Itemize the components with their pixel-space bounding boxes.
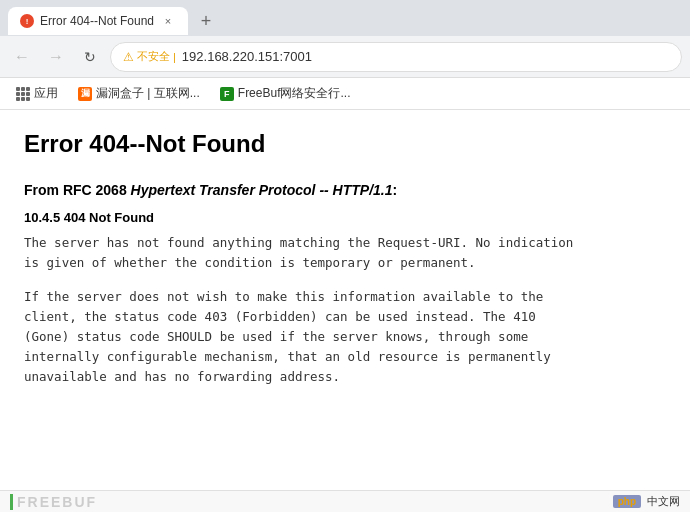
zhongwen-label: 中文网 bbox=[647, 494, 680, 509]
bookmark-item-luodong[interactable]: 漏 漏洞盒子 | 互联网... bbox=[70, 82, 208, 105]
forward-button[interactable]: → bbox=[42, 43, 70, 71]
tab-title: Error 404--Not Found bbox=[40, 14, 154, 28]
tab-close-button[interactable]: × bbox=[160, 13, 176, 29]
bookmark-label-2: FreeBuf网络安全行... bbox=[238, 85, 351, 102]
rfc-section: From RFC 2068 Hypertext Transfer Protoco… bbox=[24, 182, 666, 387]
bookmark-item-freebuf[interactable]: F FreeBuf网络安全行... bbox=[212, 82, 359, 105]
refresh-button[interactable]: ↻ bbox=[76, 43, 104, 71]
title-bar: ! Error 404--Not Found × + bbox=[0, 0, 690, 36]
page-content: Error 404--Not Found From RFC 2068 Hyper… bbox=[0, 110, 690, 490]
php-badge: php bbox=[613, 495, 641, 508]
rfc-heading-prefix: From RFC 2068 bbox=[24, 182, 131, 198]
paragraph-1: The server has not found anything matchi… bbox=[24, 233, 666, 273]
footer-right: php 中文网 bbox=[613, 494, 680, 509]
paragraph-2: If the server does not wish to make this… bbox=[24, 287, 666, 387]
address-bar: ← → ↻ ⚠ 不安全 | 192.168.220.151:7001 bbox=[0, 36, 690, 78]
page-footer: FREEBUF php 中文网 bbox=[0, 490, 690, 512]
footer-logo-bar bbox=[10, 494, 13, 510]
back-button[interactable]: ← bbox=[8, 43, 36, 71]
warning-icon: ⚠ bbox=[123, 50, 134, 64]
bookmark-favicon-2: F bbox=[220, 87, 234, 101]
rfc-heading-italic: Hypertext Transfer Protocol -- HTTP/1.1 bbox=[131, 182, 393, 198]
apps-icon bbox=[16, 87, 30, 101]
bookmark-favicon-1: 漏 bbox=[78, 87, 92, 101]
new-tab-button[interactable]: + bbox=[192, 7, 220, 35]
active-tab[interactable]: ! Error 404--Not Found × bbox=[8, 7, 188, 35]
apps-label: 应用 bbox=[34, 85, 58, 102]
address-field[interactable]: ⚠ 不安全 | 192.168.220.151:7001 bbox=[110, 42, 682, 72]
footer-logo-text: FREEBUF bbox=[17, 494, 97, 510]
section-label: 10.4.5 404 Not Found bbox=[24, 210, 666, 225]
rfc-heading: From RFC 2068 Hypertext Transfer Protoco… bbox=[24, 182, 666, 198]
browser-window: ! Error 404--Not Found × + ← → ↻ ⚠ 不安全 |… bbox=[0, 0, 690, 490]
separator: | bbox=[173, 51, 176, 63]
security-warning: ⚠ 不安全 | bbox=[123, 49, 176, 64]
error-title: Error 404--Not Found bbox=[24, 130, 666, 158]
footer-logo: FREEBUF bbox=[10, 494, 97, 510]
tab-favicon: ! bbox=[20, 14, 34, 28]
security-label: 不安全 bbox=[137, 49, 170, 64]
url-display: 192.168.220.151:7001 bbox=[182, 49, 312, 64]
rfc-heading-suffix: : bbox=[393, 182, 398, 198]
apps-button[interactable]: 应用 bbox=[8, 82, 66, 105]
tab-area: ! Error 404--Not Found × + bbox=[8, 7, 682, 35]
bookmark-label-1: 漏洞盒子 | 互联网... bbox=[96, 85, 200, 102]
bookmarks-bar: 应用 漏 漏洞盒子 | 互联网... F FreeBuf网络安全行... bbox=[0, 78, 690, 110]
